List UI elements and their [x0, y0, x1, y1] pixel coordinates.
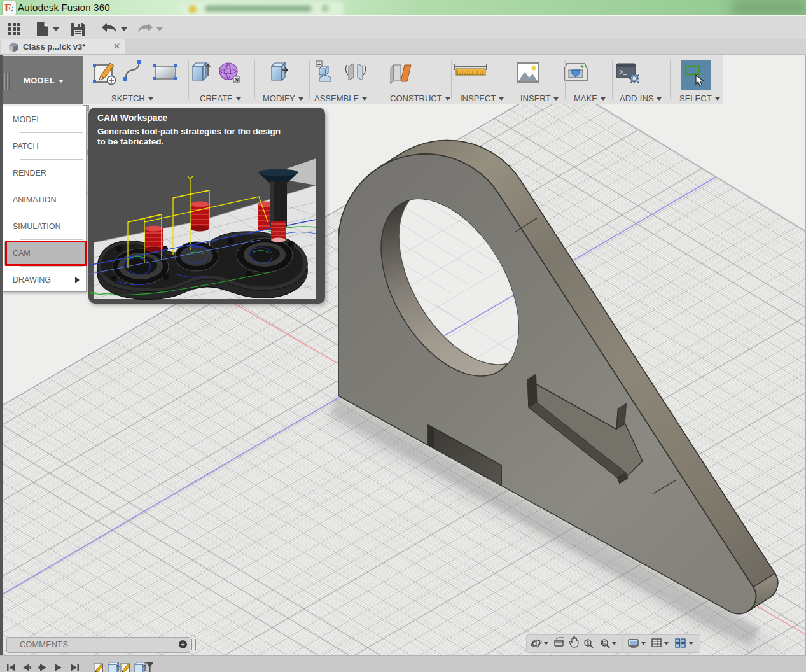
svg-text:F: F — [4, 2, 11, 14]
